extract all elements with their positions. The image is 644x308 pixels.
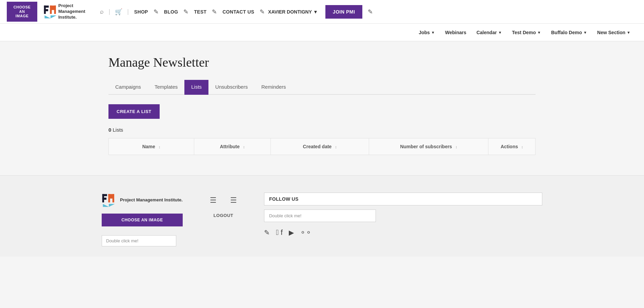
- jobs-arrow-icon: ▼: [431, 30, 435, 35]
- col-header-actions: Actions ↕: [488, 138, 536, 155]
- nav-sep1: |: [108, 8, 110, 15]
- col-header-attribute[interactable]: Attribute ↕: [194, 138, 271, 155]
- footer-right-double-click[interactable]: Double click me!: [264, 210, 376, 222]
- created-sort-icon: ↕: [335, 145, 337, 149]
- blog-link[interactable]: BLOG: [162, 8, 180, 16]
- sec-nav-buffalo-demo-label: Buffalo Demo: [551, 30, 582, 35]
- pmi-logo-icon: [43, 4, 58, 19]
- nav-links: ⌕ | 🛒 | SHOP ✎ BLOG ✎ TEST ✎ CONTACT US …: [99, 5, 637, 19]
- blog-edit-icon[interactable]: ✎: [182, 7, 190, 17]
- calendar-arrow-icon: ▼: [498, 30, 502, 35]
- lists-count: 0 Lists: [108, 127, 536, 133]
- col-header-subscribers[interactable]: Number of subscribers ↕: [369, 138, 488, 155]
- flickr-icon[interactable]: ⚬⚬: [300, 228, 311, 237]
- social-icons-row: ✎  f ▶ ⚬⚬: [264, 228, 542, 237]
- edit-pencil-icon[interactable]: ✎: [264, 228, 270, 237]
- footer-double-click-text[interactable]: Double click me!: [102, 235, 176, 246]
- footer: Project Management Institute. CHOOSE AN …: [0, 175, 644, 257]
- name-sort-icon: ↕: [159, 145, 161, 149]
- contact-link[interactable]: CONTACT US: [220, 8, 256, 16]
- svg-rect-2: [44, 9, 48, 11]
- footer-right-section: FOLLOW US Double click me! ✎  f ▶ ⚬⚬: [264, 193, 542, 237]
- footer-icons-row: ☰ ☰: [210, 196, 237, 205]
- actions-sort-icon: ↕: [521, 145, 523, 149]
- youtube-icon[interactable]: ▶: [289, 228, 294, 237]
- sec-nav-webinars-label: Webinars: [445, 30, 466, 35]
- secondary-navigation: Jobs ▼ Webinars Calendar ▼ Test Demo ▼ B…: [0, 24, 644, 41]
- footer-logo: Project Management Institute.: [102, 193, 183, 207]
- tab-campaigns[interactable]: Campaigns: [108, 80, 148, 95]
- svg-rect-1: [44, 6, 49, 8]
- footer-list-icon-2[interactable]: ☰: [230, 196, 237, 205]
- cart-icon[interactable]: 🛒: [114, 7, 124, 17]
- test-demo-arrow-icon: ▼: [537, 30, 541, 35]
- join-edit-icon[interactable]: ✎: [368, 8, 373, 16]
- tab-reminders[interactable]: Reminders: [255, 80, 293, 95]
- svg-marker-17: [109, 204, 115, 207]
- tab-unsubscribers[interactable]: Unsubscribers: [208, 80, 255, 95]
- page-title: Manage Newsletter: [108, 55, 536, 70]
- svg-marker-16: [103, 204, 109, 207]
- lists-count-number: 0: [108, 127, 111, 133]
- search-icon[interactable]: ⌕: [99, 7, 105, 17]
- tab-templates[interactable]: Templates: [148, 80, 184, 95]
- test-link[interactable]: TEST: [192, 8, 208, 16]
- footer-choose-image-button[interactable]: CHOOSE AN IMAGE: [102, 214, 183, 226]
- logo-text: Project Management Institute.: [58, 3, 85, 20]
- svg-rect-11: [102, 198, 106, 200]
- lists-count-label: Lists: [113, 127, 123, 133]
- footer-pmi-logo-icon: [102, 193, 117, 207]
- test-edit-icon[interactable]: ✎: [210, 7, 218, 17]
- shop-edit-icon[interactable]: ✎: [152, 7, 160, 17]
- sec-nav-jobs[interactable]: Jobs ▼: [419, 28, 435, 37]
- col-header-name[interactable]: Name ↕: [109, 138, 194, 155]
- user-menu[interactable]: XAVIER DONTIGNY ▼: [268, 9, 318, 15]
- create-list-button[interactable]: CREATE A LIST: [108, 104, 160, 119]
- top-navigation: CHOOSEANIMAGE Project Management Institu…: [0, 0, 644, 24]
- tab-lists[interactable]: Lists: [184, 80, 208, 95]
- footer-logo-section: Project Management Institute. CHOOSE AN …: [102, 193, 183, 246]
- attribute-sort-icon: ↕: [243, 145, 245, 149]
- sec-nav-test-demo-label: Test Demo: [512, 30, 536, 35]
- sec-nav-new-section[interactable]: New Section ▼: [597, 28, 630, 37]
- subscribers-sort-icon: ↕: [456, 145, 458, 149]
- table-container: Name ↕ Attribute ↕ Created date ↕ Number…: [108, 138, 536, 155]
- choose-image-button[interactable]: CHOOSEANIMAGE: [7, 2, 37, 22]
- nav-sep2: |: [127, 8, 129, 15]
- sec-nav-jobs-label: Jobs: [419, 30, 430, 35]
- site-logo: Project Management Institute.: [43, 3, 85, 20]
- sec-nav-webinars[interactable]: Webinars: [445, 28, 466, 37]
- facebook-icon[interactable]:  f: [276, 228, 283, 237]
- sec-nav-calendar-label: Calendar: [477, 30, 497, 35]
- lists-table: Name ↕ Attribute ↕ Created date ↕ Number…: [108, 138, 536, 155]
- new-section-arrow-icon: ▼: [627, 30, 630, 35]
- footer-logo-text: Project Management Institute.: [120, 197, 183, 203]
- tabs-bar: Campaigns Templates Lists Unsubscribers …: [108, 80, 536, 95]
- sec-nav-calendar[interactable]: Calendar ▼: [477, 28, 502, 37]
- col-header-created[interactable]: Created date ↕: [271, 138, 369, 155]
- svg-rect-15: [110, 196, 113, 199]
- footer-middle-section: ☰ ☰ LOGOUT: [210, 196, 237, 218]
- table-header: Name ↕ Attribute ↕ Created date ↕ Number…: [109, 138, 536, 155]
- svg-rect-6: [52, 7, 55, 10]
- join-pmi-button[interactable]: JOIN PMI: [325, 5, 362, 19]
- footer-inner: Project Management Institute. CHOOSE AN …: [102, 193, 542, 246]
- logout-label[interactable]: LOGOUT: [214, 213, 234, 218]
- svg-rect-10: [102, 194, 107, 196]
- table-header-row: Name ↕ Attribute ↕ Created date ↕ Number…: [109, 138, 536, 155]
- sec-nav-buffalo-demo[interactable]: Buffalo Demo ▼: [551, 28, 587, 37]
- follow-us-box: FOLLOW US: [264, 193, 542, 205]
- sec-nav-test-demo[interactable]: Test Demo ▼: [512, 28, 541, 37]
- svg-marker-8: [51, 16, 57, 19]
- buffalo-demo-arrow-icon: ▼: [583, 30, 587, 35]
- user-chevron-icon: ▼: [313, 9, 318, 15]
- main-content: Manage Newsletter Campaigns Templates Li…: [102, 41, 542, 175]
- contact-edit-icon[interactable]: ✎: [258, 7, 266, 17]
- svg-marker-7: [45, 16, 51, 19]
- sec-nav-new-section-label: New Section: [597, 30, 625, 35]
- username-label: XAVIER DONTIGNY: [268, 9, 312, 15]
- shop-link[interactable]: SHOP: [132, 8, 150, 16]
- footer-list-icon-1[interactable]: ☰: [210, 196, 217, 205]
